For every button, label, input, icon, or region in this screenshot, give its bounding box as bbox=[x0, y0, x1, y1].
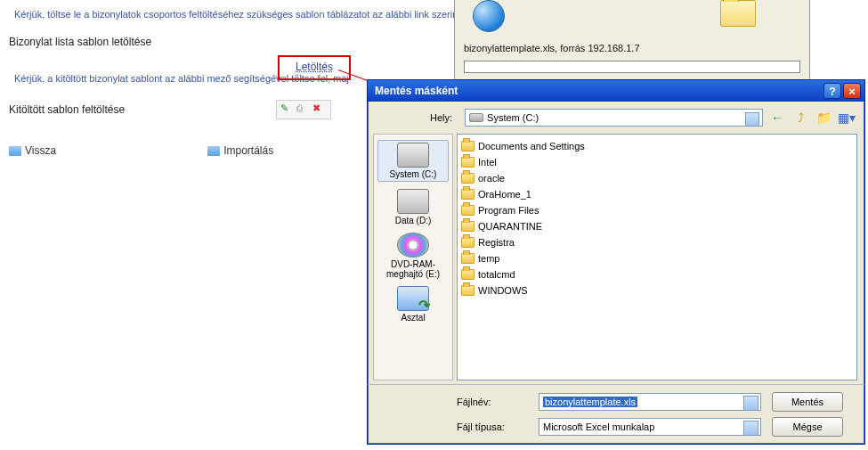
folder-icon bbox=[461, 253, 475, 264]
folder-icon bbox=[461, 237, 475, 248]
location-label: Hely: bbox=[430, 112, 452, 123]
location-toolbar: Hely: System (C:) ← ⤴ 📁 ▦▾ bbox=[368, 102, 864, 134]
titlebar[interactable]: Mentés másként ? × bbox=[368, 80, 864, 102]
download-link[interactable]: Letöltés bbox=[296, 61, 333, 73]
folder-icon bbox=[9, 146, 21, 156]
folder-icon bbox=[207, 146, 220, 156]
place-label: Data (D:) bbox=[395, 216, 432, 225]
views-icon[interactable]: ▦▾ bbox=[838, 109, 856, 127]
instruction-1: Kérjük, töltse le a bizonylatok csoporto… bbox=[14, 9, 513, 20]
folder-name: Registra bbox=[478, 237, 515, 248]
folder-icon bbox=[461, 189, 475, 200]
folder-name: WINDOWS bbox=[478, 285, 528, 296]
folder-item[interactable]: Documents and Settings bbox=[461, 138, 853, 154]
place-item[interactable]: Asztal bbox=[377, 286, 449, 323]
download-progress-pane: bizonylattemplate.xls, forrás 192.168.1.… bbox=[454, 0, 810, 90]
back-icon[interactable]: ← bbox=[768, 109, 786, 127]
folder-icon bbox=[461, 141, 475, 151]
filetype-label: Fájl típusa: bbox=[457, 421, 528, 432]
print-icon[interactable]: ⎙ bbox=[296, 102, 311, 117]
dvd-icon bbox=[397, 233, 429, 258]
globe-icon bbox=[473, 0, 505, 32]
up-icon[interactable]: ⤴ bbox=[791, 109, 809, 127]
folder-icon bbox=[461, 157, 475, 168]
download-highlight-box: Letöltés bbox=[278, 55, 351, 80]
folder-name: Program Files bbox=[478, 205, 539, 216]
help-button[interactable]: ? bbox=[823, 83, 841, 99]
folder-item[interactable]: WINDOWS bbox=[461, 282, 853, 299]
cancel-button[interactable]: Mégse bbox=[772, 417, 843, 437]
folder-item[interactable]: Program Files bbox=[461, 202, 853, 218]
folder-icon bbox=[461, 285, 475, 296]
nav-back[interactable]: Vissza bbox=[9, 144, 56, 157]
nav-import[interactable]: Importálás bbox=[207, 144, 273, 157]
bottom-panel: Fájlnév: bizonylattemplate.xls Mentés Fá… bbox=[368, 384, 864, 444]
save-button[interactable]: Mentés bbox=[772, 392, 843, 412]
folder-item[interactable]: temp bbox=[461, 250, 853, 266]
desktop-icon bbox=[397, 286, 429, 311]
folder-icon bbox=[461, 173, 475, 184]
nav-import-label: Importálás bbox=[223, 144, 273, 157]
place-item[interactable]: DVD-RAM-meghajtó (E:) bbox=[377, 233, 449, 279]
folder-name: OraHome_1 bbox=[478, 189, 531, 200]
folder-icon bbox=[461, 221, 475, 232]
delete-icon[interactable]: ✖ bbox=[312, 102, 327, 117]
place-label: System (C:) bbox=[390, 169, 437, 179]
file-list[interactable]: Documents and SettingsInteloracleOraHome… bbox=[457, 134, 857, 380]
folder-name: oracle bbox=[478, 173, 505, 184]
folder-item[interactable]: Registra bbox=[461, 234, 853, 250]
filename-label: Fájlnév: bbox=[457, 397, 528, 407]
edit-icon[interactable]: ✎ bbox=[280, 102, 295, 117]
folder-name: Intel bbox=[478, 157, 497, 168]
folder-icon bbox=[461, 269, 475, 280]
location-dropdown[interactable]: System (C:) bbox=[465, 109, 763, 127]
location-value: System (C:) bbox=[487, 112, 539, 123]
place-label: Asztal bbox=[401, 313, 425, 323]
close-button[interactable]: × bbox=[843, 83, 861, 99]
template-upload-label: Kitöltött sablon feltöltése bbox=[9, 103, 276, 116]
download-source-label: bizonylattemplate.xls, forrás 192.168.1.… bbox=[464, 43, 809, 53]
filename-value: bizonylattemplate.xls bbox=[543, 397, 637, 407]
folder-icon bbox=[461, 205, 475, 216]
filetype-value: Microsoft Excel munkalap bbox=[543, 421, 654, 432]
drive-icon bbox=[469, 113, 483, 122]
folder-item[interactable]: QUARANTINE bbox=[461, 218, 853, 234]
folder-name: temp bbox=[478, 253, 499, 264]
folder-item[interactable]: oracle bbox=[461, 170, 853, 186]
nav-back-label: Vissza bbox=[25, 144, 56, 157]
drive-icon bbox=[397, 189, 429, 214]
new-folder-icon[interactable]: 📁 bbox=[815, 109, 832, 127]
save-as-dialog: Mentés másként ? × Hely: System (C:) ← ⤴… bbox=[367, 79, 865, 445]
place-item[interactable]: System (C:) bbox=[377, 140, 449, 182]
folder-item[interactable]: Intel bbox=[461, 154, 853, 170]
folder-item[interactable]: OraHome_1 bbox=[461, 186, 853, 202]
places-bar: System (C:)Data (D:)DVD-RAM-meghajtó (E:… bbox=[373, 134, 453, 380]
folder-icon bbox=[720, 0, 756, 27]
template-download-label: Bizonylat lista sablon letöltése bbox=[9, 36, 276, 48]
folder-name: Documents and Settings bbox=[478, 141, 585, 151]
filetype-dropdown[interactable]: Microsoft Excel munkalap bbox=[539, 418, 761, 436]
upload-toolbar: ✎ ⎙ ✖ bbox=[276, 100, 331, 119]
filename-input[interactable]: bizonylattemplate.xls bbox=[539, 393, 761, 411]
place-label: DVD-RAM-meghajtó (E:) bbox=[377, 259, 449, 279]
folder-name: totalcmd bbox=[478, 269, 515, 280]
progress-bar bbox=[464, 61, 800, 73]
folder-name: QUARANTINE bbox=[478, 221, 542, 232]
place-item[interactable]: Data (D:) bbox=[377, 189, 449, 225]
folder-item[interactable]: totalcmd bbox=[461, 266, 853, 282]
dialog-title: Mentés másként bbox=[375, 85, 458, 97]
drive-icon bbox=[397, 143, 429, 168]
